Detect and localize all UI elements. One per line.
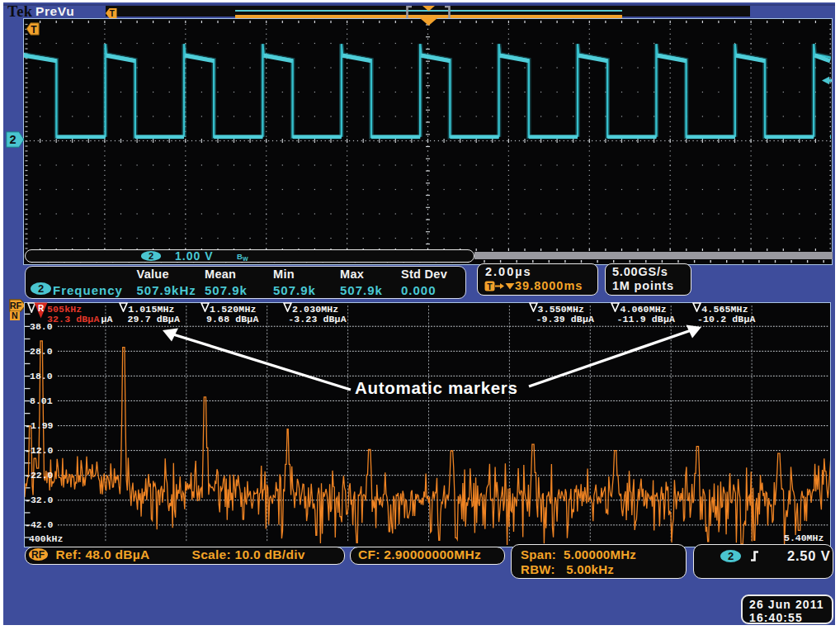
svg-text:2: 2 (9, 133, 16, 146)
svg-text:T: T (110, 8, 115, 17)
svg-text:RF: RF (10, 301, 22, 310)
svg-text:T: T (31, 24, 37, 36)
svg-text:T: T (487, 281, 493, 291)
